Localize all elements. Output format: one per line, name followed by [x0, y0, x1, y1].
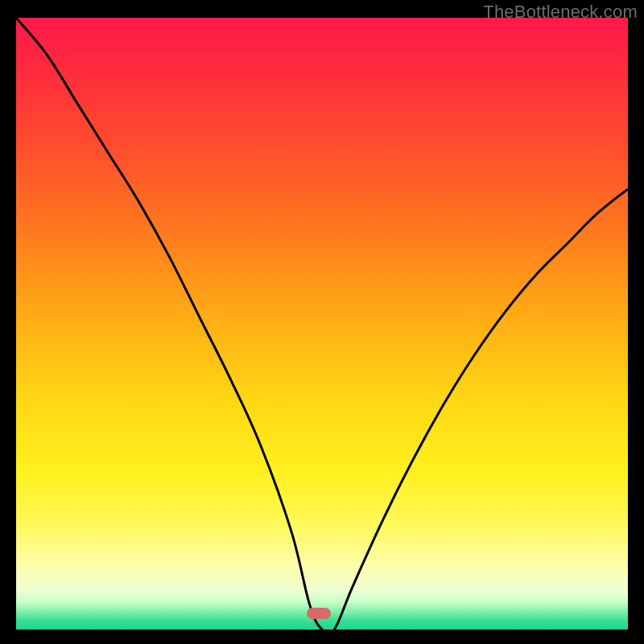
gradient-background: [16, 18, 628, 630]
chart-frame: TheBottleneck.com: [0, 0, 644, 644]
minimum-marker: [307, 608, 331, 619]
bottleneck-plot: [16, 18, 628, 630]
